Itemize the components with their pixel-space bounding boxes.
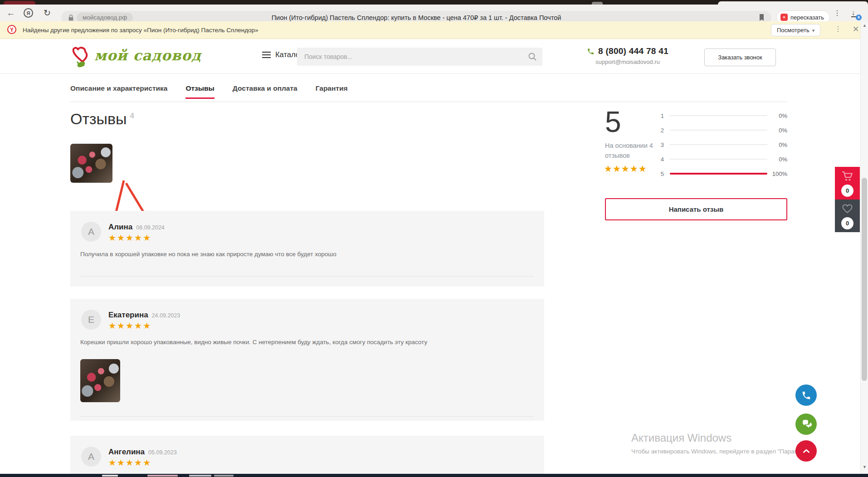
review-stars: ★★★★★ (108, 233, 151, 243)
favorites-widget[interactable]: 0 (835, 200, 860, 232)
review-stars: ★★★★★ (108, 321, 151, 331)
reviews-count: 4 (130, 112, 134, 120)
review-date: 08.09.2024 (136, 224, 165, 231)
rating-distribution-row: 1 0% (658, 112, 787, 119)
reviewer-name: Ангелина05.09.2023 (108, 448, 177, 457)
review-photo-thumbnail[interactable] (80, 359, 120, 402)
rating-average: 5 (605, 105, 621, 139)
reviewer-name: Екатерина24.09.2023 (108, 311, 180, 320)
rating-stars: ★★★★★ (604, 163, 647, 174)
back-icon[interactable]: ← (5, 8, 16, 19)
refresh-icon[interactable]: ↻ (42, 8, 53, 19)
notification-text: Найдены другие предложения по запросу «П… (23, 27, 258, 34)
contact-block: 8 (800) 444 78 41 support@moisadovod.ru (579, 46, 677, 65)
notification-view-button[interactable]: Посмотреть▾ (771, 24, 820, 36)
download-badge: 6 (856, 15, 862, 20)
yandex-icon: Y (7, 25, 16, 34)
search-icon[interactable] (528, 52, 537, 63)
reviews-heading: Отзывы4 (70, 110, 134, 128)
rating-distribution-row: 2 0% (658, 127, 787, 134)
tab-warranty[interactable]: Гарантия (316, 84, 348, 99)
heart-icon (841, 203, 853, 215)
chevron-up-icon (801, 446, 811, 456)
screen: ← Я ↻ мойсадовод.рф Пион (Ито-гибрид) Па… (0, 0, 868, 477)
rating-distribution-row: 3 0% (658, 141, 787, 148)
phone-icon (587, 48, 595, 55)
cart-count-badge: 0 (841, 185, 853, 197)
site-header: мой садовод Каталог 8 (800) 444 78 41 su… (0, 39, 868, 74)
windows-activation-text: Чтобы активировать Windows, перейдите в … (631, 448, 867, 455)
browser-active-tab[interactable] (718, 1, 868, 5)
chat-icon (801, 419, 812, 430)
divider (80, 276, 534, 277)
hamburger-icon (262, 50, 271, 60)
rating-bar (670, 173, 767, 174)
scroll-up-icon[interactable]: ▲ (861, 23, 868, 28)
logo-heart-icon (69, 44, 93, 70)
phone-link[interactable]: 8 (800) 444 78 41 (579, 46, 677, 56)
windows-activation-title: Активация Windows (631, 432, 731, 444)
search-input[interactable] (297, 48, 542, 66)
avatar: А (81, 222, 101, 242)
search-box (297, 48, 542, 66)
cart-icon (841, 170, 853, 182)
support-email[interactable]: support@moisadovod.ru (579, 58, 677, 65)
review-photo-thumbnail[interactable] (70, 144, 112, 183)
callback-button[interactable]: Заказать звонок (704, 49, 776, 66)
browser-tab[interactable] (4, 1, 35, 5)
browser-toolbar: ← Я ↻ мойсадовод.рф Пион (Ито-гибрид) Па… (0, 5, 868, 21)
logo-text: мой садовод (94, 47, 201, 63)
divider (70, 102, 787, 102)
rating-bar (670, 130, 767, 131)
reviewer-name: Алина08.09.2024 (108, 223, 165, 232)
rating-bar (670, 144, 767, 145)
tab-delivery[interactable]: Доставка и оплата (233, 84, 297, 99)
scrollbar-thumb[interactable] (862, 178, 867, 381)
tab-reviews[interactable]: Отзывы (185, 84, 214, 99)
windows-taskbar-edge (0, 474, 868, 477)
notification-bar: Y Найдены другие предложения по запросу … (0, 21, 868, 39)
scrollbar[interactable]: ▲ ▼ (860, 21, 868, 474)
browser-tab-strip (0, 0, 868, 5)
rating-distribution-row: 4 0% (658, 156, 787, 163)
review-date: 05.09.2023 (148, 449, 177, 456)
cart-widget[interactable]: 0 (835, 167, 860, 200)
review-card: А Алина08.09.2024 ★★★★★ Получила в хорош… (70, 211, 544, 287)
review-date: 24.09.2023 (152, 312, 180, 319)
scroll-to-top-fab[interactable] (795, 440, 817, 462)
review-card: Е Екатерина24.09.2023 ★★★★★ Корешки приш… (70, 299, 544, 421)
avatar: А (81, 447, 101, 467)
review-stars: ★★★★★ (108, 458, 151, 468)
retell-icon: « (780, 14, 788, 21)
close-icon[interactable]: ✕ (853, 24, 859, 34)
divider (80, 416, 534, 417)
toolbar-menu-icon[interactable]: ⋮ (832, 8, 843, 19)
catalog-button[interactable]: Каталог (262, 50, 302, 60)
favorites-count-badge: 0 (841, 217, 853, 229)
review-card: А Ангелина05.09.2023 ★★★★★ (70, 436, 544, 474)
notification-menu-icon[interactable]: ⋮ (834, 24, 842, 33)
chat-fab[interactable] (795, 414, 817, 435)
review-text: Корешки пришли хорошо упакованные, видно… (80, 339, 531, 346)
phone-number: 8 (800) 444 78 41 (598, 46, 668, 56)
downloads-button[interactable]: ↓ 6 (850, 9, 862, 19)
tab-description[interactable]: Описание и характеристика (70, 84, 167, 99)
rating-bar (670, 159, 767, 160)
call-fab[interactable] (795, 385, 817, 406)
site-logo[interactable]: мой садовод (69, 44, 201, 70)
avatar: Е (81, 310, 101, 330)
review-text: Получила в хорошей упаковке но пока не з… (80, 251, 531, 258)
chevron-down-icon: ▾ (812, 28, 815, 33)
yandex-browser-icon[interactable]: Я (24, 8, 33, 18)
scroll-down-icon[interactable]: ▼ (861, 465, 868, 469)
rating-bar (670, 115, 767, 116)
write-review-button[interactable]: Написать отзыв (605, 198, 787, 220)
download-icon: ↓ (852, 9, 855, 16)
product-tabs: Описание и характеристика Отзывы Доставк… (70, 84, 348, 99)
rating-distribution-row: 5 100% (658, 170, 787, 177)
phone-fab-icon (801, 390, 811, 400)
